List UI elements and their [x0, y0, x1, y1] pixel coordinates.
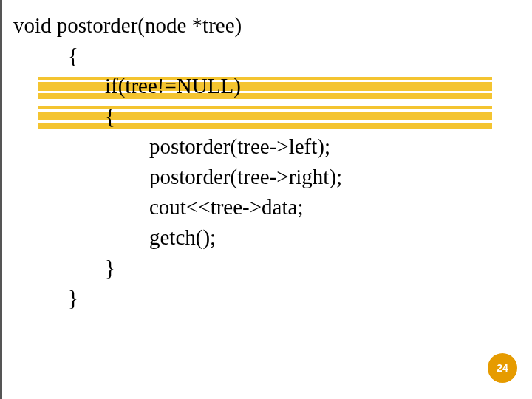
- code-line-2: {: [13, 41, 342, 71]
- code-line-7: cout<<tree->data;: [13, 192, 342, 222]
- gutter-line: [0, 0, 2, 399]
- code-line-5: postorder(tree->left);: [13, 132, 342, 162]
- code-block: void postorder(node *tree) { if(tree!=NU…: [13, 10, 342, 313]
- code-line-4: {: [13, 101, 342, 132]
- code-line-6: postorder(tree->right);: [13, 162, 342, 192]
- code-line-3: if(tree!=NULL): [13, 71, 342, 101]
- code-line-9: }: [13, 253, 342, 283]
- code-line-8: getch();: [13, 222, 342, 253]
- page-number: 24: [497, 362, 508, 374]
- page-number-badge: 24: [488, 353, 517, 383]
- code-line-1: void postorder(node *tree): [13, 10, 342, 41]
- code-line-10: }: [13, 283, 342, 313]
